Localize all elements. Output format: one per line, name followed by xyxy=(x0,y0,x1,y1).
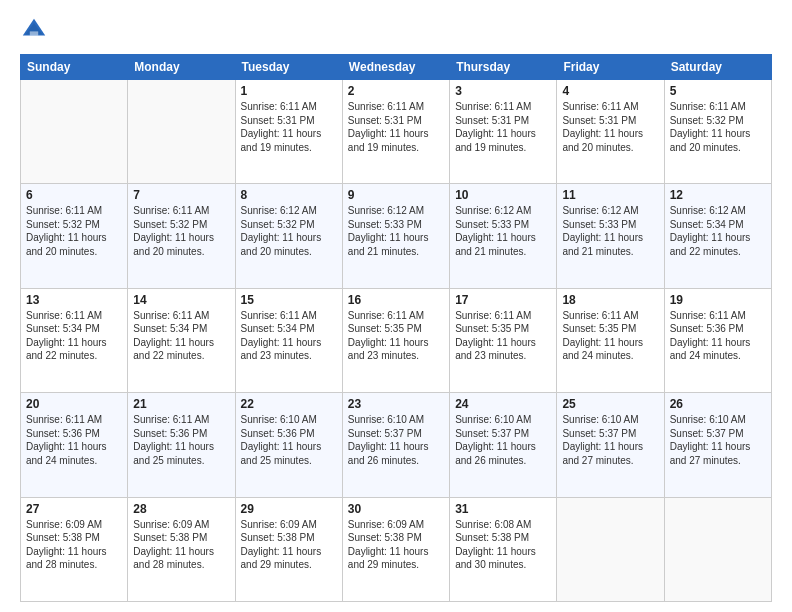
calendar-week-row: 13Sunrise: 6:11 AM Sunset: 5:34 PM Dayli… xyxy=(21,288,772,392)
calendar-cell xyxy=(21,80,128,184)
calendar-cell: 27Sunrise: 6:09 AM Sunset: 5:38 PM Dayli… xyxy=(21,497,128,601)
calendar-day-header: Wednesday xyxy=(342,55,449,80)
calendar-cell: 28Sunrise: 6:09 AM Sunset: 5:38 PM Dayli… xyxy=(128,497,235,601)
day-number: 12 xyxy=(670,188,766,202)
day-number: 4 xyxy=(562,84,658,98)
day-info: Sunrise: 6:12 AM Sunset: 5:34 PM Dayligh… xyxy=(670,204,766,258)
day-info: Sunrise: 6:11 AM Sunset: 5:36 PM Dayligh… xyxy=(670,309,766,363)
calendar-cell: 8Sunrise: 6:12 AM Sunset: 5:32 PM Daylig… xyxy=(235,184,342,288)
day-number: 9 xyxy=(348,188,444,202)
day-info: Sunrise: 6:12 AM Sunset: 5:33 PM Dayligh… xyxy=(455,204,551,258)
day-number: 18 xyxy=(562,293,658,307)
day-number: 14 xyxy=(133,293,229,307)
calendar-day-header: Tuesday xyxy=(235,55,342,80)
calendar-week-row: 27Sunrise: 6:09 AM Sunset: 5:38 PM Dayli… xyxy=(21,497,772,601)
calendar-cell: 25Sunrise: 6:10 AM Sunset: 5:37 PM Dayli… xyxy=(557,393,664,497)
day-number: 21 xyxy=(133,397,229,411)
calendar-cell: 20Sunrise: 6:11 AM Sunset: 5:36 PM Dayli… xyxy=(21,393,128,497)
calendar-week-row: 20Sunrise: 6:11 AM Sunset: 5:36 PM Dayli… xyxy=(21,393,772,497)
day-number: 27 xyxy=(26,502,122,516)
calendar-cell: 11Sunrise: 6:12 AM Sunset: 5:33 PM Dayli… xyxy=(557,184,664,288)
day-number: 2 xyxy=(348,84,444,98)
day-info: Sunrise: 6:09 AM Sunset: 5:38 PM Dayligh… xyxy=(26,518,122,572)
calendar-cell: 18Sunrise: 6:11 AM Sunset: 5:35 PM Dayli… xyxy=(557,288,664,392)
day-info: Sunrise: 6:10 AM Sunset: 5:37 PM Dayligh… xyxy=(562,413,658,467)
calendar-cell: 6Sunrise: 6:11 AM Sunset: 5:32 PM Daylig… xyxy=(21,184,128,288)
calendar-day-header: Monday xyxy=(128,55,235,80)
day-info: Sunrise: 6:09 AM Sunset: 5:38 PM Dayligh… xyxy=(133,518,229,572)
calendar-cell: 5Sunrise: 6:11 AM Sunset: 5:32 PM Daylig… xyxy=(664,80,771,184)
day-number: 22 xyxy=(241,397,337,411)
day-number: 3 xyxy=(455,84,551,98)
calendar-day-header: Friday xyxy=(557,55,664,80)
calendar-header-row: SundayMondayTuesdayWednesdayThursdayFrid… xyxy=(21,55,772,80)
day-info: Sunrise: 6:10 AM Sunset: 5:37 PM Dayligh… xyxy=(670,413,766,467)
day-info: Sunrise: 6:11 AM Sunset: 5:31 PM Dayligh… xyxy=(348,100,444,154)
calendar-cell: 31Sunrise: 6:08 AM Sunset: 5:38 PM Dayli… xyxy=(450,497,557,601)
day-number: 15 xyxy=(241,293,337,307)
day-number: 30 xyxy=(348,502,444,516)
day-info: Sunrise: 6:11 AM Sunset: 5:32 PM Dayligh… xyxy=(670,100,766,154)
page: SundayMondayTuesdayWednesdayThursdayFrid… xyxy=(0,0,792,612)
calendar-cell xyxy=(128,80,235,184)
day-info: Sunrise: 6:11 AM Sunset: 5:36 PM Dayligh… xyxy=(133,413,229,467)
calendar-cell: 14Sunrise: 6:11 AM Sunset: 5:34 PM Dayli… xyxy=(128,288,235,392)
day-number: 10 xyxy=(455,188,551,202)
day-info: Sunrise: 6:11 AM Sunset: 5:35 PM Dayligh… xyxy=(562,309,658,363)
day-info: Sunrise: 6:12 AM Sunset: 5:33 PM Dayligh… xyxy=(562,204,658,258)
calendar-cell: 26Sunrise: 6:10 AM Sunset: 5:37 PM Dayli… xyxy=(664,393,771,497)
calendar-cell: 30Sunrise: 6:09 AM Sunset: 5:38 PM Dayli… xyxy=(342,497,449,601)
day-info: Sunrise: 6:11 AM Sunset: 5:32 PM Dayligh… xyxy=(26,204,122,258)
day-number: 25 xyxy=(562,397,658,411)
calendar-cell: 7Sunrise: 6:11 AM Sunset: 5:32 PM Daylig… xyxy=(128,184,235,288)
calendar-day-header: Thursday xyxy=(450,55,557,80)
calendar-cell: 22Sunrise: 6:10 AM Sunset: 5:36 PM Dayli… xyxy=(235,393,342,497)
day-info: Sunrise: 6:11 AM Sunset: 5:34 PM Dayligh… xyxy=(241,309,337,363)
day-info: Sunrise: 6:10 AM Sunset: 5:37 PM Dayligh… xyxy=(348,413,444,467)
day-number: 5 xyxy=(670,84,766,98)
calendar-day-header: Sunday xyxy=(21,55,128,80)
calendar-cell: 21Sunrise: 6:11 AM Sunset: 5:36 PM Dayli… xyxy=(128,393,235,497)
calendar-cell: 10Sunrise: 6:12 AM Sunset: 5:33 PM Dayli… xyxy=(450,184,557,288)
calendar-table: SundayMondayTuesdayWednesdayThursdayFrid… xyxy=(20,54,772,602)
calendar-week-row: 1Sunrise: 6:11 AM Sunset: 5:31 PM Daylig… xyxy=(21,80,772,184)
calendar-cell: 15Sunrise: 6:11 AM Sunset: 5:34 PM Dayli… xyxy=(235,288,342,392)
day-number: 26 xyxy=(670,397,766,411)
day-info: Sunrise: 6:11 AM Sunset: 5:32 PM Dayligh… xyxy=(133,204,229,258)
day-info: Sunrise: 6:10 AM Sunset: 5:37 PM Dayligh… xyxy=(455,413,551,467)
day-info: Sunrise: 6:08 AM Sunset: 5:38 PM Dayligh… xyxy=(455,518,551,572)
day-number: 29 xyxy=(241,502,337,516)
day-number: 11 xyxy=(562,188,658,202)
day-number: 19 xyxy=(670,293,766,307)
calendar-cell: 24Sunrise: 6:10 AM Sunset: 5:37 PM Dayli… xyxy=(450,393,557,497)
day-info: Sunrise: 6:11 AM Sunset: 5:35 PM Dayligh… xyxy=(455,309,551,363)
day-number: 1 xyxy=(241,84,337,98)
logo-icon xyxy=(20,16,48,44)
calendar-cell: 13Sunrise: 6:11 AM Sunset: 5:34 PM Dayli… xyxy=(21,288,128,392)
calendar-cell: 29Sunrise: 6:09 AM Sunset: 5:38 PM Dayli… xyxy=(235,497,342,601)
calendar-cell xyxy=(557,497,664,601)
day-info: Sunrise: 6:11 AM Sunset: 5:35 PM Dayligh… xyxy=(348,309,444,363)
day-info: Sunrise: 6:11 AM Sunset: 5:31 PM Dayligh… xyxy=(455,100,551,154)
header xyxy=(20,16,772,44)
calendar-cell: 4Sunrise: 6:11 AM Sunset: 5:31 PM Daylig… xyxy=(557,80,664,184)
day-number: 20 xyxy=(26,397,122,411)
logo xyxy=(20,16,50,44)
calendar-cell: 3Sunrise: 6:11 AM Sunset: 5:31 PM Daylig… xyxy=(450,80,557,184)
day-number: 6 xyxy=(26,188,122,202)
calendar-cell: 9Sunrise: 6:12 AM Sunset: 5:33 PM Daylig… xyxy=(342,184,449,288)
calendar-cell: 19Sunrise: 6:11 AM Sunset: 5:36 PM Dayli… xyxy=(664,288,771,392)
day-number: 24 xyxy=(455,397,551,411)
day-info: Sunrise: 6:12 AM Sunset: 5:32 PM Dayligh… xyxy=(241,204,337,258)
calendar-cell: 2Sunrise: 6:11 AM Sunset: 5:31 PM Daylig… xyxy=(342,80,449,184)
day-info: Sunrise: 6:09 AM Sunset: 5:38 PM Dayligh… xyxy=(348,518,444,572)
calendar-cell xyxy=(664,497,771,601)
calendar-cell: 12Sunrise: 6:12 AM Sunset: 5:34 PM Dayli… xyxy=(664,184,771,288)
day-info: Sunrise: 6:11 AM Sunset: 5:34 PM Dayligh… xyxy=(26,309,122,363)
day-info: Sunrise: 6:11 AM Sunset: 5:36 PM Dayligh… xyxy=(26,413,122,467)
day-number: 7 xyxy=(133,188,229,202)
day-number: 17 xyxy=(455,293,551,307)
calendar-cell: 23Sunrise: 6:10 AM Sunset: 5:37 PM Dayli… xyxy=(342,393,449,497)
day-info: Sunrise: 6:12 AM Sunset: 5:33 PM Dayligh… xyxy=(348,204,444,258)
svg-rect-2 xyxy=(30,31,38,35)
